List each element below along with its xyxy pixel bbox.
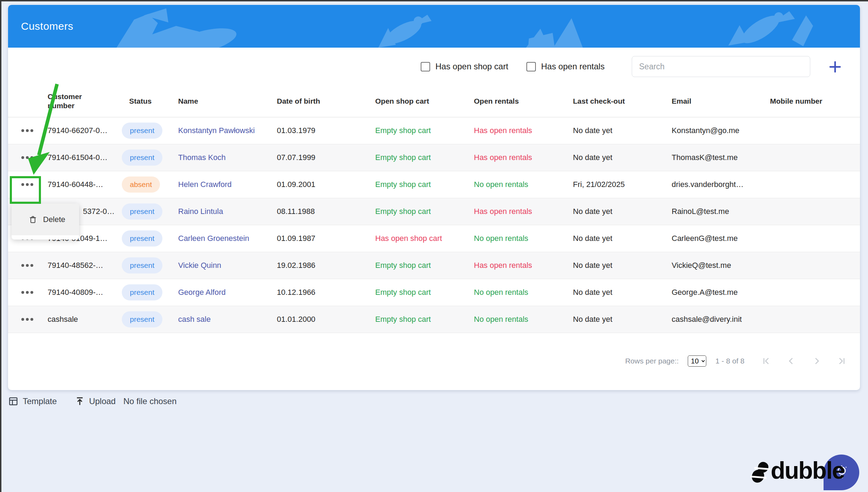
cell-email: dries.vanderborght… — [672, 180, 743, 189]
customer-name-link[interactable]: Raino Lintula — [178, 207, 223, 216]
table-row: 5372-0… present Raino Lintula 08.11.1988… — [8, 198, 860, 225]
pagination-range: 1 - 8 of 8 — [715, 357, 744, 365]
has-open-rentals-label: Has open rentals — [541, 62, 604, 71]
last-page-button[interactable] — [837, 356, 847, 366]
cell-customer-number: 79140-48562-… — [48, 261, 103, 270]
add-customer-button[interactable] — [827, 59, 843, 75]
cell-email: cashsale@divery.init — [672, 315, 742, 324]
cell-open-rentals: No open rentals — [474, 315, 528, 324]
cell-email: RainoL@test.me — [672, 207, 729, 216]
search-input[interactable] — [632, 56, 810, 77]
table-row: 79140-61504-0… present Thomas Koch 07.07… — [8, 144, 860, 171]
cell-date-of-birth: 08.11.1988 — [277, 207, 315, 216]
cell-last-check-out: No date yet — [573, 288, 612, 297]
cell-customer-number: 79140-60448-… — [48, 180, 103, 189]
status-badge: present — [122, 257, 162, 273]
cell-open-shop-cart: Empty shop cart — [375, 180, 431, 189]
cell-open-shop-cart: Has open shop cart — [375, 234, 442, 243]
first-page-button[interactable] — [761, 356, 771, 366]
cell-open-rentals: Has open rentals — [474, 126, 532, 135]
customer-name-link[interactable]: Vickie Quinn — [178, 261, 221, 270]
customer-name-link[interactable]: cash sale — [178, 315, 211, 324]
first-page-icon — [761, 356, 771, 366]
table-row: cashsale present cash sale 01.01.2000 Em… — [8, 306, 860, 333]
col-header-customer-number: Customer number — [48, 92, 93, 111]
cell-customer-number: 79140-40809-… — [48, 288, 103, 297]
table-row: 79140-51049-1… present Carleen Groeneste… — [8, 225, 860, 252]
row-actions-kebab[interactable] — [20, 315, 35, 324]
filter-has-open-rentals: Has open rentals — [526, 56, 604, 77]
template-button[interactable]: Template — [8, 396, 57, 407]
customer-name-link[interactable]: Thomas Koch — [178, 153, 226, 162]
next-page-button[interactable] — [812, 356, 821, 366]
cell-open-shop-cart: Empty shop cart — [375, 315, 431, 324]
row-actions-kebab[interactable] — [20, 126, 35, 135]
rows-per-page-label: Rows per page:: — [625, 357, 679, 365]
table-body: 79140-66207-0… present Konstantyn Pawłow… — [8, 117, 860, 333]
cell-open-shop-cart: Empty shop cart — [375, 288, 431, 297]
chevron-left-icon — [786, 356, 796, 366]
has-open-shop-cart-label: Has open shop cart — [435, 62, 508, 71]
file-chosen-status: No file chosen — [123, 396, 176, 406]
dubble-peanut-icon — [748, 458, 771, 490]
delete-menu-label: Delete — [43, 215, 65, 224]
cell-open-rentals: No open rentals — [474, 288, 528, 297]
cell-last-check-out: No date yet — [573, 261, 612, 270]
status-badge: present — [122, 311, 162, 327]
table-template-icon — [8, 396, 19, 407]
status-badge: present — [122, 123, 162, 139]
plus-icon — [828, 60, 842, 74]
previous-page-button[interactable] — [786, 356, 796, 366]
has-open-rentals-checkbox[interactable] — [526, 62, 536, 71]
cell-date-of-birth: 10.12.1966 — [277, 288, 315, 297]
cell-open-rentals: No open rentals — [474, 180, 528, 189]
cell-open-shop-cart: Empty shop cart — [375, 207, 431, 216]
table-row: 79140-66207-0… present Konstantyn Pawłow… — [8, 117, 860, 144]
customer-name-link[interactable]: Konstantyn Pawłowski — [178, 126, 255, 135]
status-badge: absent — [122, 176, 160, 193]
cell-email: VickieQ@test.me — [672, 261, 731, 270]
cell-last-check-out: Fri, 21/02/2025 — [573, 180, 625, 189]
window-frame-top — [0, 0, 868, 1]
customer-name-link[interactable]: Carleen Groenestein — [178, 234, 249, 243]
dubble-logo: dubble — [746, 452, 861, 491]
cell-date-of-birth: 01.09.1987 — [277, 234, 315, 243]
cell-last-check-out: No date yet — [573, 153, 612, 162]
has-open-shop-cart-checkbox[interactable] — [421, 62, 430, 71]
customer-name-link[interactable]: George Alford — [178, 288, 226, 297]
last-page-icon — [837, 356, 847, 366]
pagination-bar: Rows per page:: 10 1 - 8 of 8 — [625, 352, 847, 370]
table-row: 79140-60448-… absent Helen Crawford 01.0… — [8, 171, 860, 198]
diver-decoration-graphics — [8, 5, 860, 48]
col-header-mobile-number: Mobile number — [770, 97, 822, 106]
cell-customer-number: cashsale — [48, 315, 78, 324]
col-header-date-of-birth: Date of birth — [277, 97, 320, 106]
table-header-row: Customer number Status Name Date of birt… — [8, 85, 860, 117]
customer-name-link[interactable]: Helen Crawford — [178, 180, 232, 189]
row-actions-kebab[interactable] — [20, 288, 35, 297]
cell-email: Konstantyn@go.me — [672, 126, 740, 135]
rows-per-page-select[interactable]: 10 — [688, 355, 706, 367]
cell-open-shop-cart: Empty shop cart — [375, 261, 431, 270]
cell-date-of-birth: 01.01.2000 — [277, 315, 315, 324]
cell-last-check-out: No date yet — [573, 234, 612, 243]
cell-customer-number: 79140-66207-0… — [48, 126, 107, 135]
import-toolbar: Template Upload No file chosen — [8, 393, 177, 410]
col-header-open-shop-cart: Open shop cart — [375, 97, 429, 106]
cell-email: George.A@test.me — [672, 288, 738, 297]
cell-open-rentals: No open rentals — [474, 234, 528, 243]
status-badge: present — [122, 203, 162, 220]
row-actions-kebab[interactable] — [20, 261, 35, 270]
pagination-nav — [761, 356, 847, 366]
table-row: 79140-40809-… present George Alford 10.1… — [8, 279, 860, 306]
cell-open-shop-cart: Empty shop cart — [375, 153, 431, 162]
cell-date-of-birth: 01.09.2001 — [277, 180, 315, 189]
col-header-email: Email — [672, 97, 691, 106]
row-actions-kebab[interactable] — [20, 180, 35, 189]
row-actions-kebab[interactable] — [20, 153, 35, 162]
cell-open-rentals: Has open rentals — [474, 153, 532, 162]
delete-menu-item[interactable]: Delete — [12, 203, 79, 235]
cell-last-check-out: No date yet — [573, 207, 612, 216]
col-header-open-rentals: Open rentals — [474, 97, 519, 106]
upload-button[interactable]: Upload — [75, 396, 115, 406]
